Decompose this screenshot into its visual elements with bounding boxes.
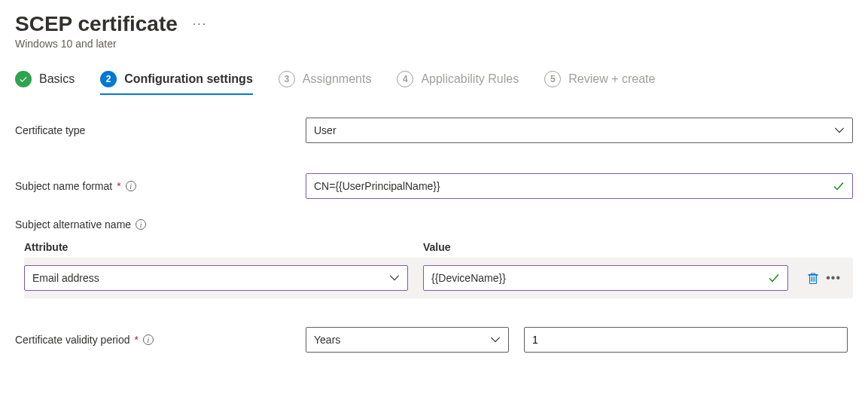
san-value-text: {{DeviceName}}	[431, 272, 506, 284]
san-label: Subject alternative name	[15, 218, 131, 231]
tab-label: Assignments	[303, 72, 372, 86]
subject-name-format-label: Subject name format	[15, 180, 112, 192]
tab-label: Review + create	[568, 72, 655, 86]
validity-period-label: Certificate validity period	[15, 334, 130, 346]
step-number-badge: 4	[397, 71, 413, 87]
delete-icon[interactable]	[806, 271, 820, 285]
more-actions-icon[interactable]: ···	[190, 14, 210, 34]
check-icon	[15, 71, 32, 87]
tab-applicability-rules[interactable]: 4 Applicability Rules	[397, 71, 519, 95]
step-number-badge: 2	[100, 71, 117, 87]
chevron-down-icon	[834, 125, 845, 136]
tab-label: Basics	[39, 72, 75, 86]
chevron-down-icon	[389, 273, 400, 283]
tab-review-create[interactable]: 5 Review + create	[544, 71, 655, 95]
step-number-badge: 3	[279, 71, 295, 87]
san-attribute-select[interactable]: Email address	[24, 265, 408, 291]
required-indicator: *	[135, 334, 139, 346]
validation-check-icon	[768, 272, 780, 284]
san-row: Email address {{DeviceName}} •••	[24, 258, 853, 298]
subject-name-format-value: CN={{UserPrincipalName}}	[314, 180, 440, 192]
san-attribute-value: Email address	[32, 272, 99, 284]
certificate-type-value: User	[314, 124, 337, 136]
page-title: SCEP certificate	[15, 12, 178, 36]
row-more-icon[interactable]: •••	[823, 270, 844, 286]
certificate-type-label: Certificate type	[15, 124, 85, 136]
san-column-attribute: Attribute	[24, 241, 408, 253]
tab-label: Configuration settings	[124, 72, 253, 86]
validation-check-icon	[833, 180, 845, 192]
tab-assignments[interactable]: 3 Assignments	[279, 71, 372, 95]
certificate-type-select[interactable]: User	[306, 118, 853, 143]
tab-label: Applicability Rules	[421, 72, 519, 86]
tab-configuration-settings[interactable]: 2 Configuration settings	[100, 71, 253, 95]
validity-unit-select[interactable]: Years	[306, 327, 509, 353]
san-value-input[interactable]: {{DeviceName}}	[423, 265, 788, 291]
info-icon[interactable]: i	[143, 334, 154, 345]
page-subtitle: Windows 10 and later	[15, 38, 853, 50]
required-indicator: *	[117, 180, 120, 192]
validity-value-input[interactable]	[524, 327, 848, 353]
tab-basics[interactable]: Basics	[15, 71, 75, 95]
info-icon[interactable]: i	[126, 181, 136, 191]
san-column-value: Value	[423, 241, 853, 253]
info-icon[interactable]: i	[136, 219, 146, 230]
wizard-tabs: Basics 2 Configuration settings 3 Assign…	[15, 71, 853, 95]
validity-unit-value: Years	[314, 334, 340, 346]
subject-name-format-input[interactable]: CN={{UserPrincipalName}}	[306, 173, 853, 199]
step-number-badge: 5	[544, 71, 561, 87]
chevron-down-icon	[490, 334, 501, 345]
